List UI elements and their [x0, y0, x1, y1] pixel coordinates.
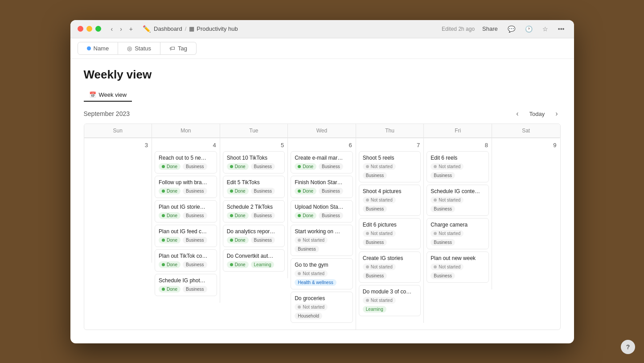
tag-badge: Business: [319, 163, 343, 170]
filter-name[interactable]: Name: [78, 42, 119, 55]
tag-badge-household: Household: [295, 313, 322, 319]
badge-row: Not started Business: [295, 237, 349, 252]
day-cell-wed: 6 Create e-mail mar… Done Business Finis…: [288, 138, 356, 330]
app-icon: ▦: [189, 25, 194, 32]
day-cell-mon: 4 Reach out to 5 ne… Done Business Follo…: [152, 138, 220, 303]
minimize-button[interactable]: [86, 26, 92, 32]
done-dot: [298, 165, 301, 168]
badge-row: Not started Business: [431, 163, 485, 179]
task-title: Create IG stories: [363, 255, 417, 261]
task-title: Do module 3 of co…: [363, 289, 417, 295]
task-card[interactable]: Create IG stories Not started Business: [359, 252, 421, 283]
tag-badge: Business: [363, 239, 387, 246]
task-card[interactable]: Do module 3 of co… Not started Learning: [359, 285, 421, 316]
task-card[interactable]: Shoot 10 TikToks Done Business: [223, 151, 285, 173]
task-title: Plan out TikTok co…: [159, 253, 213, 259]
task-card[interactable]: Start working on … Not started Business: [291, 225, 353, 256]
day-number-4: 4: [155, 142, 217, 148]
badge-row: Not started Household: [295, 304, 349, 319]
task-title: Plan out IG storie…: [159, 204, 213, 210]
filter-status-label: Status: [135, 45, 151, 52]
badge-row: Done Business: [159, 163, 213, 170]
today-button[interactable]: Today: [525, 109, 548, 119]
not-started-dot: [366, 165, 369, 168]
close-button[interactable]: [78, 26, 83, 32]
task-card-gym[interactable]: Go to the gym Not started Health & welln…: [291, 258, 353, 289]
next-week-button[interactable]: ›: [553, 109, 560, 119]
task-title: Plan out new week: [431, 255, 485, 261]
breadcrumb: ✏️ Dashboard / ▦ Productivity hub: [143, 25, 238, 33]
task-card[interactable]: Do Convertkit aut… Done Learning: [223, 249, 285, 272]
task-title: Do analytics repor…: [227, 228, 281, 235]
task-card[interactable]: Schedule IG conte… Not started Business: [427, 185, 489, 216]
task-card[interactable]: Reach out to 5 ne… Done Business: [155, 151, 217, 173]
task-card[interactable]: Schedule IG phot… Done Business: [155, 274, 217, 296]
not-started-dot: [366, 265, 369, 268]
badge-row: Not started Learning: [363, 297, 417, 313]
filter-status[interactable]: ◎ Status: [118, 42, 160, 55]
app-window: ‹ › + ✏️ Dashboard / ▦ Productivity hub …: [70, 20, 574, 343]
tag-badge: Business: [251, 188, 275, 194]
badge-row: Done Business: [295, 163, 349, 170]
task-title: Edit 5 TikToks: [227, 179, 281, 186]
task-card[interactable]: Plan out TikTok co… Done Business: [155, 249, 217, 272]
status-badge-not-started: Not started: [295, 237, 328, 243]
add-button[interactable]: +: [127, 25, 135, 33]
badge-row: Done Learning: [227, 261, 281, 268]
task-title: Create e-mail mar…: [295, 155, 349, 161]
back-button[interactable]: ‹: [109, 25, 115, 33]
badge-row: Not started Business: [431, 197, 485, 212]
tag-badge: Business: [183, 286, 207, 293]
task-title: Follow up with bra…: [159, 179, 213, 186]
task-card[interactable]: Follow up with bra… Done Business: [155, 176, 217, 198]
task-card[interactable]: Edit 6 reels Not started Business: [427, 151, 489, 182]
status-badge-done: Done: [295, 212, 316, 219]
not-started-dot: [366, 232, 369, 235]
task-card-plan-week[interactable]: Plan out new week Not started Business: [427, 252, 489, 283]
forward-button[interactable]: ›: [118, 25, 124, 33]
task-card[interactable]: Finish Notion Star… Done Business: [291, 176, 353, 198]
badge-row: Done Business: [159, 237, 213, 243]
tag-badge-health: Health & wellness: [295, 279, 336, 286]
not-started-dot: [434, 198, 437, 202]
tag-badge: Business: [183, 163, 207, 170]
comment-button[interactable]: 💬: [505, 25, 517, 33]
task-card[interactable]: Shoot 4 pictures Not started Business: [359, 185, 421, 216]
history-button[interactable]: 🕐: [523, 25, 535, 33]
task-card-charge-camera[interactable]: Charge camera Not started Business: [427, 218, 489, 249]
badge-row: Done Business: [227, 188, 281, 194]
task-card[interactable]: Shoot 5 reels Not started Business: [359, 151, 421, 182]
task-card[interactable]: Edit 6 pictures Not started Business: [359, 218, 421, 249]
task-card[interactable]: Edit 5 TikToks Done Business: [223, 176, 285, 198]
calendar-month: September 2023: [84, 110, 130, 117]
maximize-button[interactable]: [95, 26, 101, 32]
status-badge-done: Done: [227, 163, 249, 170]
task-title: Shoot 4 pictures: [363, 188, 417, 194]
more-button[interactable]: •••: [556, 25, 567, 33]
day-cell-fri: 8 Edit 6 reels Not started Business Sche…: [424, 138, 492, 289]
task-card[interactable]: Plan out IG feed c… Done Business: [155, 225, 217, 247]
badge-row: Done Business: [295, 212, 349, 219]
dashboard-icon: ✏️: [143, 25, 151, 33]
day-number-3: 3: [87, 142, 149, 148]
task-card[interactable]: Create e-mail mar… Done Business: [291, 151, 353, 173]
task-title: Schedule IG conte…: [431, 188, 485, 194]
app-title[interactable]: Productivity hub: [197, 25, 238, 32]
done-dot: [230, 214, 233, 217]
task-card-groceries[interactable]: Do groceries Not started Household: [291, 292, 353, 323]
task-card[interactable]: Schedule 2 TikToks Done Business: [223, 200, 285, 223]
dashboard-label[interactable]: Dashboard: [154, 25, 182, 32]
filter-tag[interactable]: 🏷 Tag: [160, 42, 197, 55]
tab-week-view[interactable]: 📅 Week view: [84, 89, 132, 102]
share-button[interactable]: Share: [480, 25, 500, 33]
task-card[interactable]: Do analytics repor… Done Business: [223, 225, 285, 247]
traffic-lights: [78, 26, 101, 32]
task-title: Plan out IG feed c…: [159, 228, 213, 235]
badge-row: Done Business: [227, 212, 281, 219]
prev-week-button[interactable]: ‹: [513, 109, 521, 119]
star-button[interactable]: ☆: [540, 25, 550, 33]
days-row: 3 4 Reach out to 5 ne… Done Business Fol…: [84, 138, 560, 330]
task-card[interactable]: Upload Notion Sta… Done Business: [291, 200, 353, 223]
task-card[interactable]: Plan out IG storie… Done Business: [155, 200, 217, 223]
done-dot: [230, 263, 233, 266]
